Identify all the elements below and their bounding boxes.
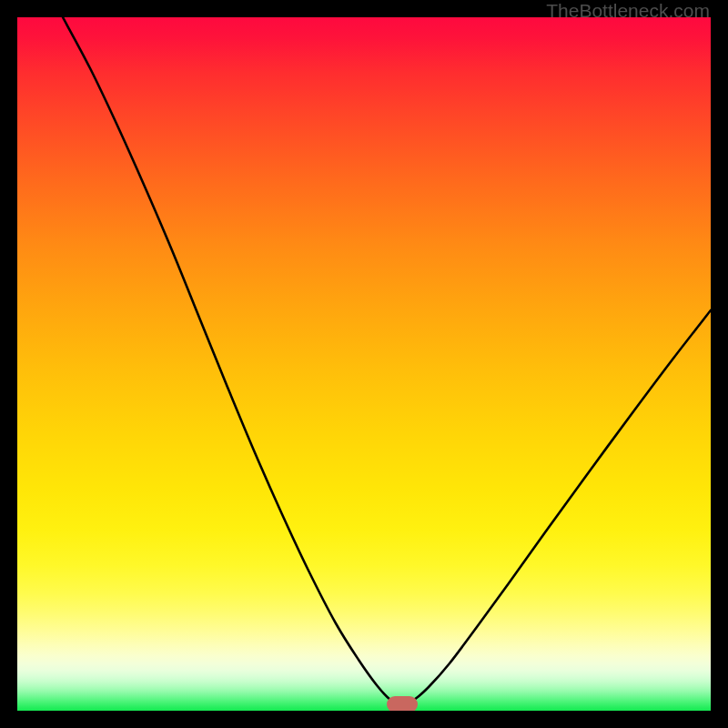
optimal-point-marker: [387, 696, 418, 711]
attribution-label: TheBottleneck.com: [546, 0, 710, 22]
bottleneck-curve: [17, 17, 711, 711]
chart-frame: TheBottleneck.com: [0, 0, 728, 728]
plot-area: [17, 17, 711, 711]
